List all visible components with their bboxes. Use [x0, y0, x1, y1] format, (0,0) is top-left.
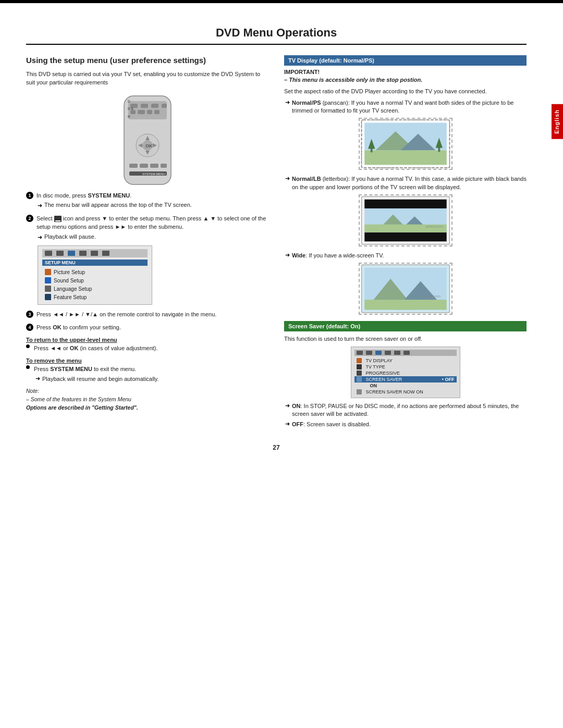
- topbar-icon-6: [102, 251, 109, 256]
- svg-text:widescreen: widescreen: [422, 295, 440, 299]
- on-point: ➜ ON: In STOP, PAUSE or No DISC mode, if…: [285, 402, 527, 418]
- svg-rect-5: [162, 104, 167, 108]
- off-text: OFF: Screen saver is disabled.: [292, 421, 371, 428]
- on-text: ON: In STOP, PAUSE or No DISC mode, if n…: [292, 402, 527, 418]
- arrow-sym-2: ➜: [38, 233, 42, 242]
- return-heading: To return to the upper-level menu: [26, 337, 268, 343]
- picture-setup-label: Picture Setup: [54, 269, 85, 275]
- svg-rect-9: [154, 110, 160, 114]
- step-4-num: 4: [26, 324, 33, 331]
- svg-rect-6: [130, 110, 136, 114]
- setup-menu-item-2: Sound Setup: [42, 276, 148, 285]
- svg-text:②③: ②③: [127, 107, 133, 110]
- topbar-icon-3: [68, 251, 75, 256]
- svg-text:①: ①: [127, 100, 130, 103]
- setup-menu-screenshot: SETUP MENU Picture Setup Sound Setup Lan…: [38, 245, 152, 305]
- svg-text:widescreen: widescreen: [425, 225, 443, 228]
- step-4: 4 Press OK to confirm your setting.: [26, 323, 268, 332]
- topbar-icon-5: [91, 251, 98, 256]
- remove-arrow: ➜ Playback will resume and begin automat…: [35, 375, 268, 383]
- language-tab: English: [552, 104, 563, 139]
- right-column: TV Display (default: Normal/PS) IMPORTAN…: [284, 55, 527, 428]
- step-2-content: Select icon and press ▼ to enter the set…: [36, 214, 268, 242]
- step-3-num: 3: [26, 311, 33, 318]
- remove-heading: To remove the menu: [26, 357, 268, 364]
- arrow-sym-remove: ➜: [35, 375, 40, 383]
- ss-icon-6: [403, 351, 410, 355]
- ss-icon-5: [394, 351, 400, 355]
- svg-rect-7: [138, 110, 145, 114]
- tv-display-heading: TV Display (default: Normal/PS): [284, 55, 527, 66]
- ss-topbar: [354, 350, 457, 356]
- important-box: IMPORTANT! – This menu is accessible onl…: [284, 69, 527, 83]
- normal-ps-text: Normal/PS (panscan): If you have a norma…: [292, 99, 527, 115]
- ss-row-tv-display: TV DISPLAY: [354, 357, 457, 364]
- ss-tv-type-label: TV TYPE: [366, 364, 455, 369]
- left-section-heading: Using the setup menu (user preference se…: [26, 55, 268, 66]
- step-2-num: 2: [26, 215, 33, 222]
- setup-menu-topbar: [42, 249, 148, 257]
- step-2: 2 Select icon and press ▼ to enter the s…: [26, 214, 268, 242]
- ss-tv-display-label: TV DISPLAY: [366, 358, 455, 363]
- sound-icon: [45, 277, 51, 283]
- arrow-sym-1: ➜: [38, 201, 42, 210]
- svg-text:SYSTEM MENU: SYSTEM MENU: [142, 172, 165, 176]
- svg-text:④: ④: [127, 115, 130, 118]
- svg-rect-22: [150, 164, 158, 168]
- svg-rect-39: [364, 232, 446, 241]
- topbar-icon-4: [79, 251, 87, 256]
- wide-point: ➜ Wide: If you have a wide-screen TV.: [285, 252, 527, 260]
- note-box: Note: – Some of the features in the Syst…: [26, 387, 268, 412]
- feature-icon: [45, 294, 51, 300]
- step-1-bold: SYSTEM MENU: [88, 192, 130, 199]
- svg-rect-38: [364, 200, 446, 208]
- ss-on-value: ON: [370, 383, 377, 388]
- arrow-sym-ps: ➜: [285, 99, 290, 115]
- remove-text: Press SYSTEM MENU to exit the menu.: [34, 365, 136, 373]
- top-border: [0, 0, 563, 3]
- ss-left-icon-5: [357, 389, 362, 394]
- remove-bullet: Press SYSTEM MENU to exit the menu.: [26, 365, 268, 373]
- left-column: Using the setup menu (user preference se…: [26, 55, 268, 428]
- arrow-sym-on: ➜: [285, 402, 290, 418]
- arrow-sym-lb: ➜: [285, 175, 290, 191]
- setup-menu-label: SETUP MENU: [42, 260, 148, 266]
- note-label: Note:: [26, 388, 39, 394]
- tv-screen-normal-ps: [359, 118, 452, 170]
- ss-left-icon-4: [357, 377, 362, 382]
- setup-menu-item-4: Feature Setup: [42, 293, 148, 301]
- screen-saver-screenshot: TV DISPLAY TV TYPE PROGRESSIVE SCREEN SA…: [351, 347, 460, 398]
- return-bullet: Press ◄◄ or OK (in cases of value adjust…: [26, 344, 268, 352]
- important-body: Set the aspect ratio of the DVD Player a…: [284, 87, 527, 96]
- ss-row-on: ON: [354, 382, 457, 389]
- screen-saver-body: This function is used to turn the screen…: [284, 335, 527, 343]
- ss-screen-saver-label: SCREEN SAVER: [366, 377, 438, 382]
- ss-now-on-label: SCREEN SAVER NOW ON: [366, 389, 455, 394]
- ss-off-value: • OFF: [442, 377, 455, 382]
- remove-arrow-text: Playback will resume and begin automatic…: [42, 375, 159, 383]
- svg-rect-3: [141, 104, 148, 108]
- svg-rect-23: [161, 164, 167, 168]
- ss-icon-4: [385, 351, 391, 355]
- step-1-content: In disc mode, press SYSTEM MENU. ➜ The m…: [36, 191, 268, 210]
- arrow-sym-wide: ➜: [285, 252, 290, 260]
- step-1-arrow-text: The menu bar will appear across the top …: [44, 201, 192, 210]
- normal-ps-point: ➜ Normal/PS (panscan): If you have a nor…: [285, 99, 527, 115]
- step-1-num: 1: [26, 192, 33, 199]
- filled-circle-remove: [26, 365, 30, 369]
- off-point: ➜ OFF: Screen saver is disabled.: [285, 421, 527, 428]
- ss-icon-1: [357, 351, 363, 355]
- page-number: 27: [26, 444, 527, 451]
- step-4-content: Press OK to confirm your setting.: [36, 323, 268, 332]
- svg-rect-8: [147, 110, 152, 114]
- topbar-icon-1: [45, 251, 52, 256]
- return-text: Press ◄◄ or OK (in cases of value adjust…: [34, 344, 158, 352]
- page-title: DVD Menu Operations: [26, 26, 527, 45]
- ss-icon-2: [366, 351, 372, 355]
- ok-bold: OK: [53, 324, 62, 330]
- svg-rect-20: [129, 164, 138, 168]
- setup-menu-item-1: Picture Setup: [42, 268, 148, 276]
- note-line-1: – Some of the features in the System Men…: [26, 396, 131, 402]
- topbar-icon-2: [56, 251, 64, 256]
- ss-left-icon-1: [357, 358, 362, 363]
